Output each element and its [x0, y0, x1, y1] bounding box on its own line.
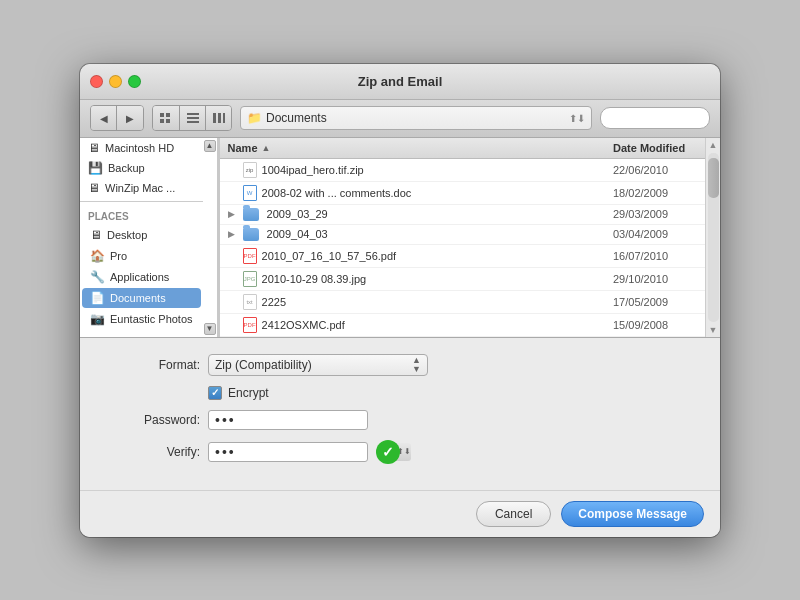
file-name-7: PDF 2412OSXMC.pdf	[220, 316, 605, 334]
file-name-1: W 2008-02 with ... comments.doc	[220, 184, 605, 202]
scroll-down-arrow[interactable]: ▼	[709, 325, 718, 337]
pdf-icon-7: PDF	[243, 317, 257, 333]
img-icon-5: JPG	[243, 271, 257, 287]
verify-row: Verify: ⬆⬇ ✓	[110, 440, 690, 464]
back-button[interactable]: ◀	[91, 106, 117, 130]
sidebar-place-label-2: Applications	[110, 271, 169, 283]
file-list: Name ▲ Date Modified zip 1004ipad_hero.t…	[220, 138, 705, 337]
column-view-button[interactable]	[205, 106, 231, 130]
svg-rect-3	[166, 119, 170, 123]
sidebar-item-pro[interactable]: 🏠 Pro	[82, 246, 201, 266]
nav-buttons: ◀ ▶	[90, 105, 144, 131]
file-list-area: Name ▲ Date Modified zip 1004ipad_hero.t…	[220, 138, 720, 337]
toolbar: ◀ ▶	[80, 100, 720, 138]
folder-icon-3	[243, 228, 259, 241]
minimize-button[interactable]	[109, 75, 122, 88]
file-row-3[interactable]: ▶ 2009_04_03 03/04/2009	[220, 225, 705, 245]
file-row-4[interactable]: PDF 2010_07_16_10_57_56.pdf 16/07/2010	[220, 245, 705, 268]
format-select-text: Zip (Compatibility)	[215, 358, 408, 372]
file-name-2: ▶ 2009_03_29	[220, 207, 605, 222]
cancel-button[interactable]: Cancel	[476, 501, 551, 527]
password-input[interactable]	[208, 410, 368, 430]
svg-rect-8	[218, 113, 221, 123]
file-row-1[interactable]: W 2008-02 with ... comments.doc 18/02/20…	[220, 182, 705, 205]
traffic-lights	[90, 75, 141, 88]
svg-rect-0	[160, 113, 164, 117]
scroll-thumb[interactable]	[708, 158, 719, 198]
file-date-4: 16/07/2010	[605, 249, 705, 263]
sidebar-item-winzip[interactable]: 🖥 WinZip Mac ...	[80, 178, 203, 198]
file-row-2[interactable]: ▶ 2009_03_29 29/03/2009	[220, 205, 705, 225]
expand-toggle-2[interactable]: ▶	[228, 209, 238, 219]
svg-rect-6	[187, 121, 199, 123]
sidebar-item-applications[interactable]: 🔧 Applications	[82, 267, 201, 287]
lower-panel: Format: Zip (Compatibility) ▲▼ ✓ Encrypt…	[80, 338, 720, 490]
icon-view-button[interactable]	[153, 106, 179, 130]
verify-input[interactable]	[209, 444, 396, 460]
window-title: Zip and Email	[358, 74, 443, 89]
svg-rect-5	[187, 117, 199, 119]
checkmark-icon: ✓	[211, 387, 219, 398]
desktop-icon: 🖥	[90, 228, 102, 242]
sidebar-scroll-down[interactable]: ▼	[204, 323, 216, 335]
svg-rect-7	[213, 113, 216, 123]
sidebar-place-label-1: Pro	[110, 250, 127, 262]
file-name-3: ▶ 2009_04_03	[220, 227, 605, 242]
verify-input-wrap: ⬆⬇	[208, 442, 368, 462]
drive-icon: 🖥	[88, 141, 100, 155]
sidebar-item-desktop[interactable]: 🖥 Desktop	[82, 225, 201, 245]
col-date-header[interactable]: Date Modified	[605, 142, 705, 154]
encrypt-row: ✓ Encrypt	[208, 386, 690, 400]
sidebar-place-label-3: Documents	[110, 292, 166, 304]
sidebar-place-label-0: Desktop	[107, 229, 147, 241]
sidebar-item-macintosh-hd[interactable]: 🖥 Macintosh HD	[80, 138, 203, 158]
scroll-up-arrow[interactable]: ▲	[709, 138, 718, 150]
expand-toggle-3[interactable]: ▶	[228, 229, 238, 239]
sidebar-device-label-3: WinZip Mac ...	[105, 182, 175, 194]
encrypt-label: Encrypt	[228, 386, 269, 400]
sidebar-container: 🖥 Macintosh HD 💾 Backup 🖥 WinZip Mac ...…	[80, 138, 217, 337]
file-name-5: JPG 2010-10-29 08.39.jpg	[220, 270, 605, 288]
file-row-7[interactable]: PDF 2412OSXMC.pdf 15/09/2008	[220, 314, 705, 337]
file-row-0[interactable]: zip 1004ipad_hero.tif.zip 22/06/2010	[220, 159, 705, 182]
forward-button[interactable]: ▶	[117, 106, 143, 130]
sidebar-device-label: Macintosh HD	[105, 142, 174, 154]
format-row: Format: Zip (Compatibility) ▲▼	[110, 354, 690, 376]
format-select[interactable]: Zip (Compatibility) ▲▼	[208, 354, 428, 376]
sidebar-scrollbar: ▲ ▼	[203, 138, 217, 337]
sort-arrow: ▲	[262, 143, 271, 153]
content-area: 🖥 Macintosh HD 💾 Backup 🖥 WinZip Mac ...…	[80, 138, 720, 338]
location-bar[interactable]: 📁 Documents ⬆⬇	[240, 106, 592, 130]
sidebar-item-documents[interactable]: 📄 Documents	[82, 288, 201, 308]
sidebar-item-euntastic[interactable]: 📷 Euntastic Photos	[82, 309, 201, 329]
photos-icon: 📷	[90, 312, 105, 326]
file-list-header: Name ▲ Date Modified	[220, 138, 705, 159]
scroll-track[interactable]	[708, 153, 719, 322]
applications-icon: 🔧	[90, 270, 105, 284]
file-date-2: 29/03/2009	[605, 207, 705, 221]
file-date-5: 29/10/2010	[605, 272, 705, 286]
svg-rect-4	[187, 113, 199, 115]
file-row-5[interactable]: JPG 2010-10-29 08.39.jpg 29/10/2010	[220, 268, 705, 291]
encrypt-checkbox[interactable]: ✓	[208, 386, 222, 400]
location-text: Documents	[266, 111, 565, 125]
zip-icon-0: zip	[243, 162, 257, 178]
drive-icon-2: 💾	[88, 161, 103, 175]
close-button[interactable]	[90, 75, 103, 88]
file-date-6: 17/05/2009	[605, 295, 705, 309]
documents-icon: 📄	[90, 291, 105, 305]
txt-icon-6: txt	[243, 294, 257, 310]
file-date-3: 03/04/2009	[605, 227, 705, 241]
file-date-1: 18/02/2009	[605, 186, 705, 200]
list-view-button[interactable]	[179, 106, 205, 130]
compose-message-button[interactable]: Compose Message	[561, 501, 704, 527]
drive-icon-3: 🖥	[88, 181, 100, 195]
col-name-header[interactable]: Name ▲	[220, 142, 605, 154]
file-name-0: zip 1004ipad_hero.tif.zip	[220, 161, 605, 179]
maximize-button[interactable]	[128, 75, 141, 88]
file-row-6[interactable]: txt 2225 17/05/2009	[220, 291, 705, 314]
main-window: Zip and Email ◀ ▶	[80, 64, 720, 537]
sidebar-item-backup[interactable]: 💾 Backup	[80, 158, 203, 178]
sidebar-scroll-up[interactable]: ▲	[204, 140, 216, 152]
search-input[interactable]	[600, 107, 710, 129]
